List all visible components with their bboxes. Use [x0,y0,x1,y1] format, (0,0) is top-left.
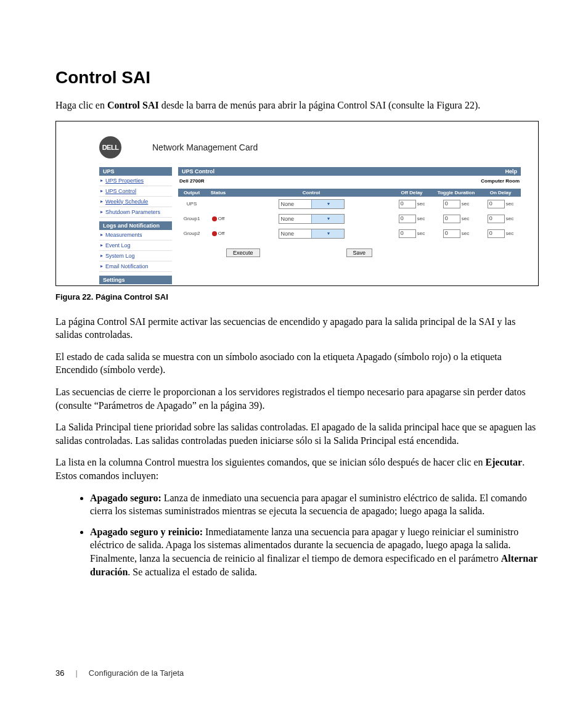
device-label: Dell 2700R [179,178,204,184]
page-footer: 36 | Configuración de la Tarjeta [55,668,184,678]
sidebar-head-logs: Logs and Notification [99,221,172,230]
unit-label: sec [462,231,469,236]
sidebar-item-ups-control[interactable]: UPS Control [99,186,172,197]
status-off-icon [212,216,217,221]
control-select[interactable]: None▾ [279,199,345,209]
chevron-down-icon: ▾ [311,200,344,208]
toggle-duration-input[interactable]: 0 [443,229,460,238]
status-text: Off [218,231,225,236]
control-table: Output Status Control Off Delay Toggle D… [178,189,521,241]
dell-logo: DELL [99,136,121,158]
sidebar-item-network[interactable]: Network [99,284,172,286]
main-panel: UPS Control Help Dell 2700R Computer Roo… [178,167,521,286]
sidebar-item-weekly-schedule[interactable]: Weekly Schedule [99,197,172,207]
sidebar-item-ups-properties[interactable]: UPS Properties [99,176,172,186]
control-select-value: None [279,201,311,207]
unit-label: sec [417,216,425,221]
sidebar-item-measurements[interactable]: Measurements [99,230,172,240]
unit-label: sec [462,201,469,207]
on-delay-input[interactable]: 0 [488,215,505,223]
command-list: Apagado seguro: Lanza de inmediato una s… [55,491,539,579]
footer-section: Configuración de la Tarjeta [89,668,184,678]
sidebar: UPS UPS Properties UPS Control Weekly Sc… [99,167,172,286]
para4: La Salida Principal tiene prioridad sobr… [55,421,539,447]
card-title: Network Management Card [152,142,258,152]
bullet1-title: Apagado seguro: [90,493,161,503]
off-delay-input[interactable]: 0 [399,229,416,238]
control-select-value: None [279,216,311,222]
status-off-icon [212,231,217,236]
chevron-down-icon: ▾ [311,229,344,238]
intro-paragraph: Haga clic en Control SAI desde la barra … [55,99,539,112]
row-output: UPS [178,197,205,211]
table-row: Group2 Off None▾ 0sec 0sec 0sec [178,226,521,241]
unit-label: sec [506,231,513,236]
control-select-value: None [279,231,311,237]
bullet2-text-b: . Se actualiza el estado de salida. [128,567,257,577]
unit-label: sec [462,216,469,221]
toggle-duration-input[interactable]: 0 [443,200,460,208]
table-row: Group1 Off None▾ 0sec 0sec 0sec [178,211,521,226]
off-delay-input[interactable]: 0 [399,200,416,208]
unit-label: sec [506,201,513,207]
sidebar-head-ups: UPS [99,167,172,176]
sidebar-item-email-notification[interactable]: Email Notification [99,261,172,272]
row-status [205,197,231,211]
sidebar-item-system-log[interactable]: System Log [99,251,172,261]
sidebar-head-settings: Settings [99,276,172,284]
on-delay-input[interactable]: 0 [488,200,505,208]
save-button[interactable]: Save [346,248,373,257]
table-row: UPS None▾ 0sec 0sec 0sec [178,197,521,211]
unit-label: sec [417,201,425,207]
sidebar-item-shutdown-parameters[interactable]: Shutdown Parameters [99,207,172,218]
chevron-down-icon: ▾ [311,215,344,223]
execute-button[interactable]: Execute [226,248,260,257]
th-control: Control [231,189,391,197]
help-link[interactable]: Help [505,168,517,174]
row-status: Off [205,226,231,241]
main-head-label: UPS Control [182,168,214,174]
row-output: Group2 [178,226,205,241]
unit-label: sec [506,216,513,221]
bullet2-title: Apagado seguro y reinicio: [90,527,203,537]
para5: La lista en la columna Control muestra l… [55,456,539,482]
para1: La página Control SAI permite activar la… [55,315,539,342]
para5-bold: Ejecutar [486,457,523,467]
intro-b: desde la barra de menús para abrir la pá… [159,100,481,110]
page-heading: Control SAI [55,68,539,88]
figure-caption: Figura 22. Página Control SAI [55,292,539,302]
figure-screenshot: DELL Network Management Card UPS UPS Pro… [55,121,539,286]
row-status: Off [205,211,231,226]
sidebar-item-event-log[interactable]: Event Log [99,240,172,251]
th-on-delay: On Delay [480,189,521,197]
th-off-delay: Off Delay [391,189,432,197]
page-number: 36 [55,668,64,678]
intro-a: Haga clic en [55,100,107,110]
para3: Las secuencias de cierre le proporcionan… [55,385,539,412]
para2: El estado de cada salida se muestra con … [55,350,539,377]
row-output: Group1 [178,211,205,226]
location-label: Computer Room [481,178,520,184]
unit-label: sec [417,231,425,236]
th-status: Status [205,189,231,197]
control-select[interactable]: None▾ [279,229,345,239]
on-delay-input[interactable]: 0 [488,229,505,238]
status-text: Off [218,216,225,221]
footer-separator: | [75,668,77,678]
off-delay-input[interactable]: 0 [399,215,416,223]
control-select[interactable]: None▾ [279,214,345,224]
th-output: Output [178,189,205,197]
th-toggle-duration: Toggle Duration [432,189,480,197]
intro-bold: Control SAI [107,100,159,110]
list-item: Apagado seguro y reinicio: Inmediatament… [90,525,539,578]
para5-a: La lista en la columna Control muestra l… [55,457,486,467]
list-item: Apagado seguro: Lanza de inmediato una s… [90,491,539,518]
toggle-duration-input[interactable]: 0 [443,215,460,223]
